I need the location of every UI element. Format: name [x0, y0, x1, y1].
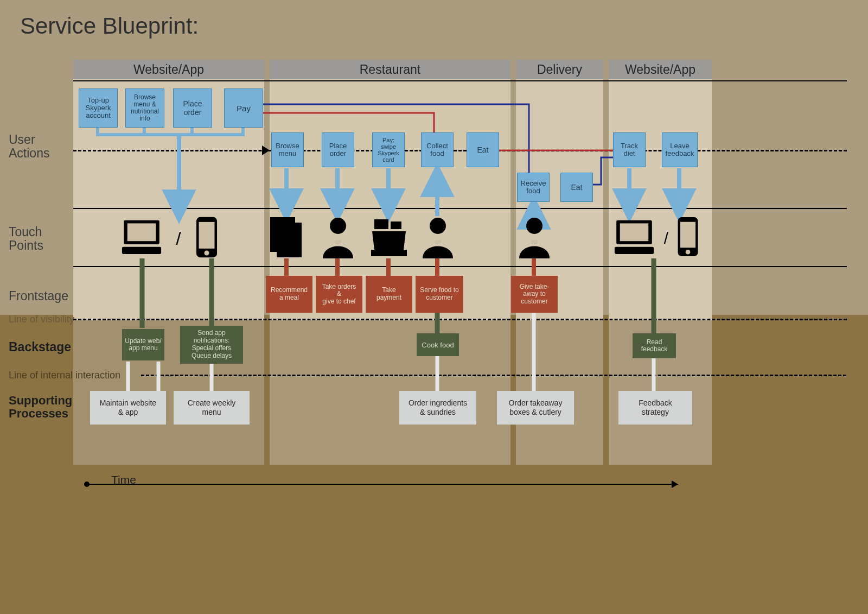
phone-icon-2: [676, 216, 700, 257]
ua-place-order-top-label: Place order: [183, 99, 202, 117]
staff-icon-3: [516, 216, 552, 258]
bs-update-menu-label: Update web/ app menu: [125, 338, 161, 352]
sp-feedback-strategy: Feedback strategy: [618, 391, 692, 425]
svg-point-14: [430, 218, 446, 234]
bs-read-feedback: Read feedback: [633, 333, 676, 358]
fs-recommend-label: Recommend a meal: [271, 287, 308, 302]
svg-point-16: [526, 218, 542, 234]
computer-icon-2: [612, 216, 656, 257]
sp-maintain: Maintain website & app: [90, 391, 166, 425]
ua-collect-food-label: Collect food: [426, 142, 448, 158]
timeline-label-text: Time: [111, 473, 136, 486]
fs-give-takeaway-label: Give take- away to customer: [520, 283, 550, 305]
bs-cook-food-label: Cook food: [422, 341, 454, 349]
ua-track-diet-label: Track diet: [621, 142, 638, 158]
sp-order-ingredients-label: Order ingredients & sundries: [409, 398, 467, 417]
svg-rect-10: [335, 240, 341, 244]
staff-icon-1: [320, 216, 356, 258]
svg-rect-19: [620, 223, 648, 241]
fs-take-orders-label: Take orders & give to chef: [322, 283, 356, 305]
ua-eat1-label: Eat: [477, 145, 488, 154]
fs-give-takeaway: Give take- away to customer: [511, 276, 558, 313]
fs-take-payment: Take payment: [366, 276, 412, 313]
ua-browse-menu-label: Browse menu: [276, 142, 299, 158]
ua-collect-food: Collect food: [421, 132, 454, 167]
ua-track-diet: Track diet: [613, 132, 646, 167]
sp-order-takeaway: Order takeaway boxes & cutlery: [497, 391, 574, 425]
sp-order-takeaway-label: Order takeaway boxes & cutlery: [509, 398, 563, 417]
bs-read-feedback-label: Read feedback: [641, 339, 668, 353]
timeline-label: Time: [111, 473, 176, 486]
svg-rect-12: [371, 250, 407, 256]
ua-receive-food-label: Receive food: [521, 180, 546, 195]
ua-browse-info: Browse menu & nutritional info: [125, 88, 164, 128]
ua-leave-feedback: Leave feedback: [662, 132, 698, 167]
sp-order-ingredients: Order ingredients & sundries: [399, 391, 476, 425]
ua-place-order-mid-label: Place order: [329, 142, 347, 158]
svg-rect-8: [277, 223, 302, 257]
ua-browse-menu: Browse menu: [271, 132, 304, 167]
diagram-canvas: Service Blueprint: Website/App Restauran…: [0, 0, 868, 614]
fs-take-orders: Take orders & give to chef: [316, 276, 362, 313]
slash-1: /: [170, 225, 187, 252]
ua-pay-swipe-label: Pay: swipe Skyperk card: [378, 137, 399, 163]
ua-eat2-label: Eat: [571, 183, 582, 192]
svg-rect-5: [199, 222, 214, 249]
svg-rect-22: [680, 222, 695, 248]
ua-pay-top: Pay: [224, 88, 263, 128]
slash-2: /: [660, 225, 673, 252]
svg-rect-3: [122, 247, 161, 254]
ua-place-order-mid: Place order: [322, 132, 354, 167]
fs-serve-food: Serve food to customer: [416, 276, 463, 313]
bs-update-menu: Update web/ app menu: [122, 329, 164, 360]
phone-icon: [194, 216, 219, 258]
svg-point-23: [686, 250, 691, 255]
svg-rect-11: [374, 219, 388, 229]
ua-topup: Top-up Skyperk account: [79, 88, 118, 128]
menu-icon: [270, 217, 303, 257]
svg-rect-20: [615, 247, 654, 254]
ua-leave-feedback-label: Leave feedback: [666, 142, 694, 158]
sp-maintain-label: Maintain website & app: [100, 398, 156, 417]
fs-recommend: Recommend a meal: [266, 276, 312, 313]
svg-rect-17: [531, 240, 538, 244]
ua-topup-label: Top-up Skyperk account: [86, 97, 111, 120]
svg-rect-13: [391, 221, 401, 229]
staff-icon-2: [420, 216, 456, 258]
svg-rect-15: [435, 240, 441, 244]
ua-eat1: Eat: [467, 132, 499, 167]
ua-browse-info-label: Browse menu & nutritional info: [131, 94, 159, 123]
sp-create-menu: Create weekly menu: [174, 391, 250, 425]
svg-rect-2: [127, 223, 156, 241]
fs-take-payment-label: Take payment: [376, 287, 401, 302]
slash-2-text: /: [664, 229, 668, 248]
bs-cook-food: Cook food: [417, 333, 459, 356]
computer-icon: [119, 216, 164, 257]
ua-place-order-top: Place order: [173, 88, 212, 128]
slash-1-text: /: [176, 228, 181, 249]
sp-create-menu-label: Create weekly menu: [188, 398, 236, 417]
svg-point-6: [204, 250, 209, 255]
ua-eat2: Eat: [560, 173, 593, 202]
ua-pay-top-label: Pay: [237, 104, 251, 113]
ua-receive-food: Receive food: [517, 173, 550, 202]
fs-serve-food-label: Serve food to customer: [420, 287, 458, 302]
sp-feedback-strategy-label: Feedback strategy: [639, 398, 672, 417]
ua-pay-swipe: Pay: swipe Skyperk card: [372, 132, 405, 167]
bs-send-notif: Send app notifications: Special offers Q…: [180, 326, 243, 364]
svg-point-9: [330, 218, 346, 234]
bs-send-notif-label: Send app notifications: Special offers Q…: [192, 330, 232, 359]
register-icon: [370, 216, 408, 258]
